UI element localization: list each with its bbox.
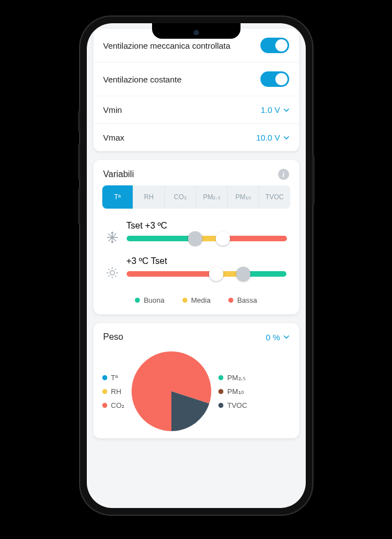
peso-value[interactable]: 0 % (266, 333, 289, 342)
cool-track[interactable] (127, 236, 287, 241)
peso-header: Peso 0 % (93, 323, 299, 348)
heat-track[interactable] (127, 271, 287, 277)
quality-legend: Buona Media Bassa (93, 292, 299, 314)
cool-label-tset: Tset (127, 221, 143, 230)
variable-tabs: Tª RH CO₂ PM₂.₅ PM₁₀ TVOC (102, 185, 290, 209)
peso-value-text: 0 % (266, 333, 280, 342)
legend-low: Bassa (228, 296, 257, 304)
heat-handle-tset[interactable] (236, 267, 250, 281)
peso-leg-temp: Tª (102, 374, 125, 382)
variables-header: Variabili i (93, 160, 299, 185)
cool-label-offset: +3 ºC (145, 221, 167, 230)
side-button-power (312, 155, 315, 205)
vmc-label: Ventilazione meccanica controllata (103, 41, 231, 50)
row-vmin[interactable]: Vmin 1.0 V (93, 96, 299, 123)
cool-handle-offset[interactable] (216, 231, 230, 246)
chevron-down-icon (284, 135, 289, 141)
tab-rh[interactable]: RH (133, 185, 165, 209)
vmax-label: Vmax (103, 133, 124, 142)
chevron-down-icon (284, 334, 289, 340)
peso-legend-right: PM₂.₅ PM₁₀ TVOC (218, 374, 247, 410)
tab-co2[interactable]: CO₂ (165, 185, 196, 209)
phone-notch (152, 23, 241, 39)
side-button-volup (78, 144, 80, 180)
slider-cooling: Tset +3 ºC (93, 221, 299, 256)
vmax-value-text: 10.0 V (256, 133, 280, 142)
side-button-mute (78, 111, 80, 132)
vconst-label: Ventilazione costante (103, 75, 182, 84)
peso-leg-co2: CO₂ (102, 401, 125, 410)
vmin-value[interactable]: 1.0 V (260, 105, 289, 115)
peso-legend-left: Tª RH CO₂ (102, 374, 125, 410)
phone-frame: Ventilazione meccanica controllata Venti… (80, 17, 312, 515)
side-button-voldown (78, 188, 80, 224)
peso-pie-chart (130, 350, 213, 433)
peso-leg-pm10: PM₁₀ (218, 387, 247, 396)
cool-handle-tset[interactable] (188, 231, 202, 246)
peso-leg-pm25: PM₂.₅ (218, 374, 247, 382)
tab-pm25[interactable]: PM₂.₅ (196, 185, 228, 209)
settings-card: Ventilazione meccanica controllata Venti… (93, 29, 299, 151)
tab-temperature[interactable]: Tª (102, 185, 134, 209)
vmin-label: Vmin (103, 105, 122, 115)
vmax-value[interactable]: 10.0 V (256, 133, 289, 142)
slider-heating: +3 ºC Tset (93, 256, 299, 292)
variables-card: Variabili i Tª RH CO₂ PM₂.₅ PM₁₀ TVOC Ts… (93, 160, 299, 314)
peso-leg-rh: RH (102, 387, 125, 396)
row-vmax[interactable]: Vmax 10.0 V (93, 123, 299, 151)
peso-card: Peso 0 % Tª RH CO₂ (93, 323, 299, 438)
chevron-down-icon (284, 107, 289, 113)
phone-screen: Ventilazione meccanica controllata Venti… (87, 23, 306, 508)
peso-leg-tvoc: TVOC (218, 401, 247, 410)
row-vconst: Ventilazione costante (93, 62, 299, 96)
info-icon[interactable]: i (278, 169, 289, 180)
legend-mid: Media (182, 296, 211, 304)
tab-tvoc[interactable]: TVOC (259, 185, 290, 209)
snowflake-icon (106, 231, 120, 246)
vmin-value-text: 1.0 V (260, 105, 280, 115)
heat-handle-offset[interactable] (209, 267, 223, 281)
heat-label-tset: Tset (151, 256, 167, 266)
vmc-toggle[interactable] (260, 38, 289, 53)
variables-title: Variabili (103, 169, 134, 179)
vconst-toggle[interactable] (260, 71, 289, 87)
peso-title: Peso (103, 332, 123, 342)
heat-label-offset: +3 ºC (127, 256, 149, 266)
svg-point-0 (110, 271, 114, 275)
legend-good: Buona (135, 296, 165, 304)
sun-icon (106, 266, 120, 282)
tab-pm10[interactable]: PM₁₀ (228, 185, 259, 209)
